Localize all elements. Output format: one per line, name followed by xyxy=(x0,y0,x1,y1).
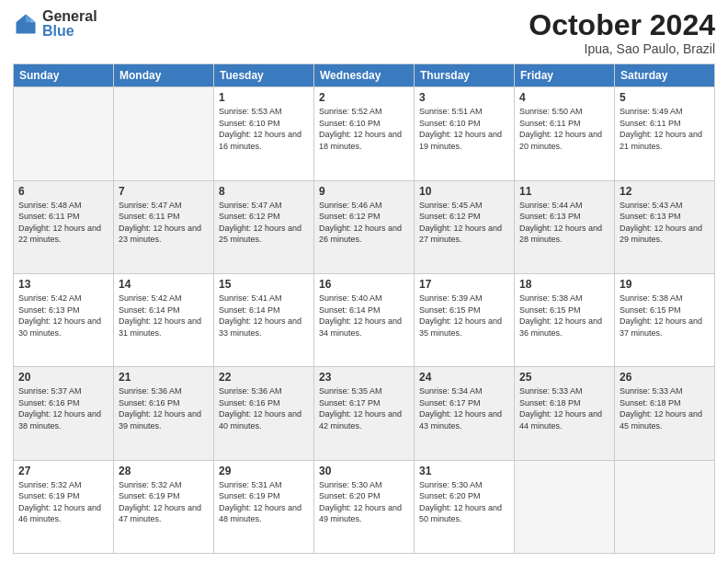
day-info: Sunrise: 5:53 AMSunset: 6:10 PMDaylight:… xyxy=(219,106,309,152)
calendar-day-cell: 18Sunrise: 5:38 AMSunset: 6:15 PMDayligh… xyxy=(515,273,615,366)
calendar-day-cell: 6Sunrise: 5:48 AMSunset: 6:11 PMDaylight… xyxy=(14,180,114,273)
month-title: October 2024 xyxy=(529,9,715,41)
col-tuesday: Tuesday xyxy=(214,64,314,87)
calendar-day-cell: 26Sunrise: 5:33 AMSunset: 6:18 PMDayligh… xyxy=(615,367,715,460)
day-number: 3 xyxy=(419,91,509,104)
day-number: 26 xyxy=(620,371,710,384)
day-number: 19 xyxy=(620,278,710,291)
col-friday: Friday xyxy=(515,64,615,87)
calendar-day-cell: 17Sunrise: 5:39 AMSunset: 6:15 PMDayligh… xyxy=(415,273,515,366)
title-block: October 2024 Ipua, Sao Paulo, Brazil xyxy=(529,9,715,56)
day-number: 23 xyxy=(319,371,409,384)
day-number: 20 xyxy=(18,371,108,384)
day-info: Sunrise: 5:42 AMSunset: 6:14 PMDaylight:… xyxy=(119,293,209,339)
calendar-day-cell: 21Sunrise: 5:36 AMSunset: 6:16 PMDayligh… xyxy=(114,367,214,460)
calendar-day-cell: 12Sunrise: 5:43 AMSunset: 6:13 PMDayligh… xyxy=(615,180,715,273)
calendar-day-cell: 13Sunrise: 5:42 AMSunset: 6:13 PMDayligh… xyxy=(14,273,114,366)
day-number: 18 xyxy=(519,278,609,291)
day-info: Sunrise: 5:36 AMSunset: 6:16 PMDaylight:… xyxy=(219,385,309,431)
calendar-day-cell: 15Sunrise: 5:41 AMSunset: 6:14 PMDayligh… xyxy=(214,273,314,366)
day-info: Sunrise: 5:50 AMSunset: 6:11 PMDaylight:… xyxy=(519,106,609,152)
day-number: 9 xyxy=(319,185,409,198)
calendar-day-cell: 23Sunrise: 5:35 AMSunset: 6:17 PMDayligh… xyxy=(314,367,415,460)
day-info: Sunrise: 5:46 AMSunset: 6:12 PMDaylight:… xyxy=(319,200,409,246)
day-number: 17 xyxy=(419,278,509,291)
calendar-day-cell: 8Sunrise: 5:47 AMSunset: 6:12 PMDaylight… xyxy=(214,180,314,273)
calendar-week-row: 6Sunrise: 5:48 AMSunset: 6:11 PMDaylight… xyxy=(14,180,715,273)
day-info: Sunrise: 5:48 AMSunset: 6:11 PMDaylight:… xyxy=(18,200,108,246)
calendar-week-row: 27Sunrise: 5:32 AMSunset: 6:19 PMDayligh… xyxy=(14,460,715,553)
calendar-week-row: 20Sunrise: 5:37 AMSunset: 6:16 PMDayligh… xyxy=(14,367,715,460)
day-number: 6 xyxy=(18,185,108,198)
calendar-day-cell: 2Sunrise: 5:52 AMSunset: 6:10 PMDaylight… xyxy=(314,87,415,180)
calendar-day-cell: 5Sunrise: 5:49 AMSunset: 6:11 PMDaylight… xyxy=(615,87,715,180)
col-saturday: Saturday xyxy=(615,64,715,87)
header: General Blue October 2024 Ipua, Sao Paul… xyxy=(13,9,715,56)
day-info: Sunrise: 5:47 AMSunset: 6:12 PMDaylight:… xyxy=(219,200,309,246)
day-info: Sunrise: 5:36 AMSunset: 6:16 PMDaylight:… xyxy=(119,385,209,431)
calendar-day-cell: 11Sunrise: 5:44 AMSunset: 6:13 PMDayligh… xyxy=(515,180,615,273)
calendar-day-cell: 4Sunrise: 5:50 AMSunset: 6:11 PMDaylight… xyxy=(515,87,615,180)
day-number: 5 xyxy=(620,91,710,104)
svg-marker-2 xyxy=(30,17,35,22)
day-info: Sunrise: 5:45 AMSunset: 6:12 PMDaylight:… xyxy=(419,200,509,246)
calendar-day-cell: 7Sunrise: 5:47 AMSunset: 6:11 PMDaylight… xyxy=(114,180,214,273)
day-number: 25 xyxy=(519,371,609,384)
calendar-day-cell: 30Sunrise: 5:30 AMSunset: 6:20 PMDayligh… xyxy=(314,460,415,553)
calendar-day-cell: 9Sunrise: 5:46 AMSunset: 6:12 PMDaylight… xyxy=(314,180,415,273)
day-info: Sunrise: 5:39 AMSunset: 6:15 PMDaylight:… xyxy=(419,293,509,339)
day-info: Sunrise: 5:31 AMSunset: 6:19 PMDaylight:… xyxy=(219,479,309,525)
calendar-day-cell: 24Sunrise: 5:34 AMSunset: 6:17 PMDayligh… xyxy=(415,367,515,460)
page: General Blue October 2024 Ipua, Sao Paul… xyxy=(0,0,728,563)
day-info: Sunrise: 5:33 AMSunset: 6:18 PMDaylight:… xyxy=(519,385,609,431)
logo-text: General Blue xyxy=(42,9,97,39)
col-sunday: Sunday xyxy=(14,64,114,87)
day-info: Sunrise: 5:32 AMSunset: 6:19 PMDaylight:… xyxy=(18,479,108,525)
day-info: Sunrise: 5:41 AMSunset: 6:14 PMDaylight:… xyxy=(219,293,309,339)
calendar-day-cell: 28Sunrise: 5:32 AMSunset: 6:19 PMDayligh… xyxy=(114,460,214,553)
day-number: 4 xyxy=(519,91,609,104)
day-info: Sunrise: 5:42 AMSunset: 6:13 PMDaylight:… xyxy=(18,293,108,339)
day-info: Sunrise: 5:40 AMSunset: 6:14 PMDaylight:… xyxy=(319,293,409,339)
day-info: Sunrise: 5:47 AMSunset: 6:11 PMDaylight:… xyxy=(119,200,209,246)
day-number: 8 xyxy=(219,185,309,198)
day-number: 11 xyxy=(519,185,609,198)
day-info: Sunrise: 5:30 AMSunset: 6:20 PMDaylight:… xyxy=(319,479,409,525)
location: Ipua, Sao Paulo, Brazil xyxy=(529,41,715,56)
day-info: Sunrise: 5:30 AMSunset: 6:20 PMDaylight:… xyxy=(419,479,509,525)
logo-general-text: General xyxy=(42,9,97,24)
calendar-day-cell: 16Sunrise: 5:40 AMSunset: 6:14 PMDayligh… xyxy=(314,273,415,366)
calendar-day-cell: 10Sunrise: 5:45 AMSunset: 6:12 PMDayligh… xyxy=(415,180,515,273)
day-number: 1 xyxy=(219,91,309,104)
calendar-day-cell: 1Sunrise: 5:53 AMSunset: 6:10 PMDaylight… xyxy=(214,87,314,180)
calendar-day-cell: 14Sunrise: 5:42 AMSunset: 6:14 PMDayligh… xyxy=(114,273,214,366)
day-number: 30 xyxy=(319,465,409,477)
calendar-day-cell: 27Sunrise: 5:32 AMSunset: 6:19 PMDayligh… xyxy=(14,460,114,553)
col-wednesday: Wednesday xyxy=(314,64,415,87)
calendar-week-row: 1Sunrise: 5:53 AMSunset: 6:10 PMDaylight… xyxy=(14,87,715,180)
day-info: Sunrise: 5:43 AMSunset: 6:13 PMDaylight:… xyxy=(620,200,710,246)
day-info: Sunrise: 5:38 AMSunset: 6:15 PMDaylight:… xyxy=(519,293,609,339)
logo-blue-text: Blue xyxy=(42,24,97,39)
day-info: Sunrise: 5:37 AMSunset: 6:16 PMDaylight:… xyxy=(18,385,108,431)
calendar-header-row: Sunday Monday Tuesday Wednesday Thursday… xyxy=(14,64,715,87)
day-number: 2 xyxy=(319,91,409,104)
day-number: 31 xyxy=(419,465,509,477)
day-number: 7 xyxy=(119,185,209,198)
calendar: Sunday Monday Tuesday Wednesday Thursday… xyxy=(13,63,715,554)
day-number: 13 xyxy=(18,278,108,291)
day-info: Sunrise: 5:51 AMSunset: 6:10 PMDaylight:… xyxy=(419,106,509,152)
day-number: 12 xyxy=(620,185,710,198)
day-number: 10 xyxy=(419,185,509,198)
calendar-day-cell xyxy=(615,460,715,553)
day-info: Sunrise: 5:44 AMSunset: 6:13 PMDaylight:… xyxy=(519,200,609,246)
day-number: 24 xyxy=(419,371,509,384)
logo-icon xyxy=(13,11,39,37)
day-number: 14 xyxy=(119,278,209,291)
logo: General Blue xyxy=(13,9,97,39)
calendar-day-cell: 29Sunrise: 5:31 AMSunset: 6:19 PMDayligh… xyxy=(214,460,314,553)
day-info: Sunrise: 5:35 AMSunset: 6:17 PMDaylight:… xyxy=(319,385,409,431)
calendar-day-cell xyxy=(114,87,214,180)
day-number: 29 xyxy=(219,465,309,477)
day-number: 15 xyxy=(219,278,309,291)
